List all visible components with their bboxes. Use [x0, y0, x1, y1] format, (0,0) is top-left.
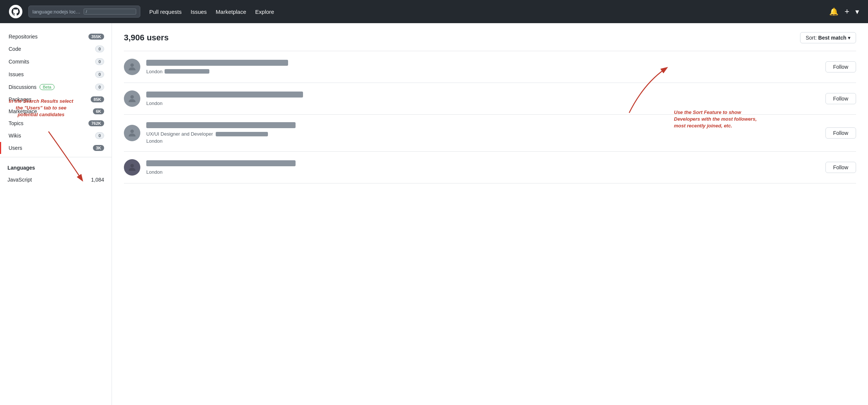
- sidebar-label-commits: Commits: [9, 59, 29, 65]
- header-actions: 🔔 + ▾: [829, 7, 859, 16]
- user-bio: UX/UI Designer and Developer: [146, 131, 819, 137]
- table-row: London Follow: [124, 51, 856, 83]
- main-header: language:nodejs location:london f / Pull…: [0, 0, 868, 23]
- notifications-button[interactable]: 🔔: [829, 7, 839, 16]
- beta-badge: Beta: [40, 84, 55, 90]
- sidebar-item-repositories[interactable]: Repositories 355K: [0, 31, 112, 43]
- user-location: London: [146, 138, 819, 144]
- sidebar-label-marketplace: Marketplace: [9, 108, 37, 114]
- main-layout: In the Search Results select the "Users"…: [0, 23, 868, 405]
- language-count: 1,084: [91, 177, 104, 183]
- svg-point-4: [130, 130, 134, 133]
- avatar: [124, 125, 140, 141]
- badge-repositories: 355K: [88, 34, 104, 40]
- sidebar: Repositories 355K Code 0 Commits 0 Issue…: [0, 23, 112, 405]
- user-info: UX/UI Designer and Developer London: [146, 122, 819, 144]
- sidebar-label-discussions: Discussions Beta: [9, 84, 54, 90]
- user-name-bar: [146, 160, 296, 166]
- nav-pull-requests[interactable]: Pull requests: [149, 9, 182, 15]
- follow-button[interactable]: Follow: [825, 127, 856, 139]
- new-item-button[interactable]: +: [844, 7, 849, 16]
- svg-point-5: [130, 164, 134, 167]
- avatar: [124, 59, 140, 75]
- sidebar-label-packages: Packages: [9, 96, 31, 102]
- github-logo[interactable]: [9, 5, 22, 18]
- table-row: London Follow: [124, 83, 856, 115]
- content-header: 3,906 users Sort: Best match ▾: [124, 32, 856, 43]
- results-count: 3,906 users: [124, 33, 169, 43]
- table-row: UX/UI Designer and Developer London Foll…: [124, 115, 856, 152]
- sidebar-item-commits[interactable]: Commits 0: [0, 55, 112, 68]
- user-name-bar: [146, 92, 303, 98]
- language-item-javascript[interactable]: JavaScript 1,084: [7, 175, 104, 184]
- user-sub-bar: [165, 69, 209, 74]
- user-menu-button[interactable]: ▾: [855, 7, 859, 16]
- search-shortcut: /: [84, 9, 136, 15]
- sidebar-item-wikis[interactable]: Wikis 0: [0, 129, 112, 142]
- follow-button[interactable]: Follow: [825, 162, 856, 173]
- sidebar-label-repositories: Repositories: [9, 34, 38, 40]
- user-name-bar: [146, 122, 296, 128]
- nav-issues[interactable]: Issues: [191, 9, 207, 15]
- user-list: London Follow London Follow: [124, 51, 856, 183]
- sidebar-item-users[interactable]: Users 3K: [0, 142, 112, 154]
- sort-value: Best match: [818, 35, 846, 41]
- user-sub-bar: [216, 132, 268, 136]
- sort-button[interactable]: Sort: Best match ▾: [800, 32, 856, 43]
- user-location: London: [146, 69, 819, 74]
- nav-marketplace[interactable]: Marketplace: [216, 9, 246, 15]
- sidebar-item-packages[interactable]: Packages 85K: [0, 93, 112, 105]
- follow-button[interactable]: Follow: [825, 93, 856, 104]
- badge-packages: 85K: [91, 96, 104, 102]
- sidebar-label-code: Code: [9, 46, 21, 52]
- sidebar-item-topics[interactable]: Topics 762K: [0, 117, 112, 129]
- chevron-down-icon: ▾: [848, 35, 850, 41]
- sort-label: Sort:: [806, 35, 817, 41]
- header-nav: Pull requests Issues Marketplace Explore: [149, 9, 274, 15]
- user-name-bar: [146, 60, 288, 66]
- sidebar-label-issues: Issues: [9, 71, 24, 77]
- languages-title: Languages: [7, 165, 104, 171]
- badge-topics: 762K: [88, 120, 104, 126]
- svg-point-2: [130, 64, 134, 67]
- sidebar-item-issues[interactable]: Issues 0: [0, 68, 112, 81]
- badge-commits: 0: [95, 58, 104, 65]
- badge-code: 0: [95, 46, 104, 52]
- search-value: language:nodejs location:london f: [32, 9, 81, 15]
- sidebar-filter-section: Repositories 355K Code 0 Commits 0 Issue…: [0, 31, 112, 154]
- table-row: London Follow: [124, 152, 856, 183]
- badge-wikis: 0: [95, 132, 104, 139]
- sidebar-label-wikis: Wikis: [9, 133, 21, 139]
- user-location: London: [146, 101, 819, 106]
- nav-explore[interactable]: Explore: [255, 9, 274, 15]
- sidebar-item-code[interactable]: Code 0: [0, 43, 112, 55]
- sidebar-item-discussions[interactable]: Discussions Beta 0: [0, 81, 112, 93]
- user-info: London: [146, 60, 819, 74]
- user-info: London: [146, 92, 819, 106]
- badge-issues: 0: [95, 71, 104, 78]
- user-location: London: [146, 169, 819, 175]
- badge-discussions: 0: [95, 84, 104, 90]
- sidebar-item-marketplace[interactable]: Marketplace 6K: [0, 105, 112, 117]
- search-bar[interactable]: language:nodejs location:london f /: [28, 6, 140, 18]
- user-info: London: [146, 160, 819, 175]
- sidebar-label-topics: Topics: [9, 120, 24, 126]
- badge-users: 3K: [93, 145, 104, 151]
- badge-marketplace: 6K: [93, 108, 104, 114]
- languages-section: Languages JavaScript 1,084: [0, 157, 112, 192]
- language-name: JavaScript: [7, 177, 32, 183]
- main-content: Use the Sort Feature to show Developers …: [112, 23, 868, 405]
- svg-point-3: [130, 95, 134, 99]
- sidebar-label-users: Users: [9, 145, 22, 151]
- follow-button[interactable]: Follow: [825, 61, 856, 72]
- avatar: [124, 159, 140, 176]
- avatar: [124, 90, 140, 107]
